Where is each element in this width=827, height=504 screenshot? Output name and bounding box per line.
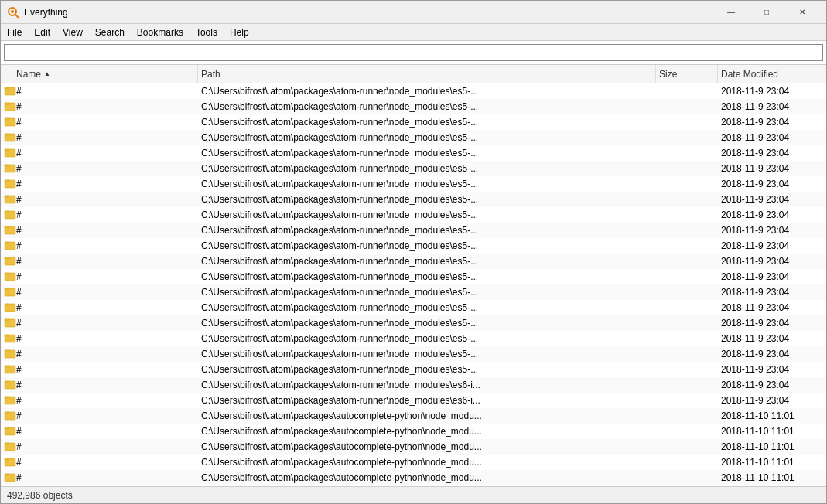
file-date-cell: 2018-11-9 23:04 xyxy=(718,179,826,189)
search-input[interactable] xyxy=(4,44,823,61)
file-name-text: # xyxy=(16,225,22,236)
column-date-label: Date Modified xyxy=(721,69,778,80)
menu-bar: File Edit View Search Bookmarks Tools He… xyxy=(1,24,826,41)
file-path-cell: C:\Users\bifrost\.atom\packages\autocomp… xyxy=(198,410,656,421)
table-row[interactable]: # C:\Users\bifrost\.atom\packages\autoco… xyxy=(1,439,826,455)
menu-file[interactable]: File xyxy=(1,24,28,41)
maximize-button[interactable]: □ xyxy=(749,1,784,24)
file-path-cell: C:\Users\bifrost\.atom\packages\atom-run… xyxy=(198,395,656,406)
table-row[interactable]: # C:\Users\bifrost\.atom\packages\atom-r… xyxy=(1,284,826,300)
table-row[interactable]: # C:\Users\bifrost\.atom\packages\atom-r… xyxy=(1,238,826,254)
table-row[interactable]: # C:\Users\bifrost\.atom\packages\atom-r… xyxy=(1,346,826,362)
table-row[interactable]: # C:\Users\bifrost\.atom\packages\atom-r… xyxy=(1,377,826,393)
file-path-cell: C:\Users\bifrost\.atom\packages\atom-run… xyxy=(198,86,656,97)
file-path-cell: C:\Users\bifrost\.atom\packages\atom-run… xyxy=(198,132,656,143)
file-path-cell: C:\Users\bifrost\.atom\packages\atom-run… xyxy=(198,179,656,189)
file-path-cell: C:\Users\bifrost\.atom\packages\autocomp… xyxy=(198,472,656,483)
file-date-cell: 2018-11-9 23:04 xyxy=(718,209,826,220)
file-icon xyxy=(4,332,16,346)
table-row[interactable]: # C:\Users\bifrost\.atom\packages\atom-r… xyxy=(1,300,826,315)
file-icon xyxy=(4,285,16,300)
file-name-cell: # xyxy=(1,316,198,331)
table-row[interactable]: # C:\Users\bifrost\.atom\packages\atom-r… xyxy=(1,269,826,284)
file-path-cell: C:\Users\bifrost\.atom\packages\atom-run… xyxy=(198,302,656,313)
file-icon xyxy=(4,363,16,377)
status-bar: 492,986 objects xyxy=(1,486,826,503)
table-row[interactable]: # C:\Users\bifrost\.atom\packages\atom-r… xyxy=(1,114,826,130)
table-row[interactable]: # C:\Users\bifrost\.atom\packages\atom-r… xyxy=(1,315,826,331)
file-name-cell: # xyxy=(1,223,198,238)
file-icon xyxy=(4,378,16,393)
file-date-cell: 2018-11-9 23:04 xyxy=(718,256,826,267)
file-date-cell: 2018-11-9 23:04 xyxy=(718,271,826,282)
file-icon xyxy=(4,177,16,192)
table-row[interactable]: # C:\Users\bifrost\.atom\packages\autoco… xyxy=(1,424,826,439)
file-name-text: # xyxy=(16,148,22,158)
file-name-text: # xyxy=(16,240,22,251)
table-row[interactable]: # C:\Users\bifrost\.atom\packages\autoco… xyxy=(1,455,826,470)
table-row[interactable]: # C:\Users\bifrost\.atom\packages\atom-r… xyxy=(1,254,826,269)
file-name-cell: # xyxy=(1,471,198,485)
column-size-header[interactable]: Size xyxy=(656,65,718,83)
file-name-cell: # xyxy=(1,146,198,161)
file-icon xyxy=(4,115,16,130)
file-icon xyxy=(4,162,16,176)
table-row[interactable]: # C:\Users\bifrost\.atom\packages\autoco… xyxy=(1,408,826,424)
file-date-cell: 2018-11-9 23:04 xyxy=(718,101,826,112)
file-date-cell: 2018-11-9 23:04 xyxy=(718,349,826,359)
file-name-cell: # xyxy=(1,208,198,223)
file-icon xyxy=(4,393,16,408)
table-row[interactable]: # C:\Users\bifrost\.atom\packages\atom-r… xyxy=(1,161,826,176)
file-icon xyxy=(4,223,16,238)
file-path-cell: C:\Users\bifrost\.atom\packages\autocomp… xyxy=(198,426,656,437)
file-name-text: # xyxy=(16,441,22,452)
file-date-cell: 2018-11-9 23:04 xyxy=(718,380,826,390)
file-name-text: # xyxy=(16,179,22,189)
column-path-header[interactable]: Path xyxy=(198,65,656,83)
file-name-cell: # xyxy=(1,100,198,114)
table-row[interactable]: # C:\Users\bifrost\.atom\packages\atom-r… xyxy=(1,130,826,145)
table-row[interactable]: # C:\Users\bifrost\.atom\packages\atom-r… xyxy=(1,393,826,408)
menu-edit[interactable]: Edit xyxy=(28,24,56,41)
menu-tools[interactable]: Tools xyxy=(190,24,224,41)
table-row[interactable]: # C:\Users\bifrost\.atom\packages\atom-r… xyxy=(1,192,826,207)
file-name-text: # xyxy=(16,302,22,313)
file-name-text: # xyxy=(16,318,22,329)
file-name-cell: # xyxy=(1,440,198,455)
table-row[interactable]: # C:\Users\bifrost\.atom\packages\autoco… xyxy=(1,470,826,485)
menu-help[interactable]: Help xyxy=(224,24,255,41)
table-row[interactable]: # C:\Users\bifrost\.atom\packages\atom-r… xyxy=(1,223,826,238)
table-row[interactable]: # C:\Users\bifrost\.atom\packages\atom-r… xyxy=(1,176,826,192)
file-path-cell: C:\Users\bifrost\.atom\packages\atom-run… xyxy=(198,256,656,267)
column-name-header[interactable]: Name ▲ xyxy=(1,65,198,83)
file-path-cell: C:\Users\bifrost\.atom\packages\atom-run… xyxy=(198,148,656,158)
file-icon xyxy=(4,192,16,207)
table-row[interactable]: # C:\Users\bifrost\.atom\packages\atom-r… xyxy=(1,99,826,114)
table-row[interactable]: # C:\Users\bifrost\.atom\packages\atom-r… xyxy=(1,145,826,161)
file-icon xyxy=(4,301,16,315)
menu-search[interactable]: Search xyxy=(89,24,131,41)
file-name-text: # xyxy=(16,457,22,468)
file-list[interactable]: # C:\Users\bifrost\.atom\packages\atom-r… xyxy=(1,83,826,486)
table-row[interactable]: # C:\Users\bifrost\.atom\packages\atom-r… xyxy=(1,83,826,99)
file-icon xyxy=(4,471,16,485)
file-path-cell: C:\Users\bifrost\.atom\packages\atom-run… xyxy=(198,240,656,251)
file-icon xyxy=(4,254,16,269)
svg-point-2 xyxy=(11,10,14,13)
file-icon xyxy=(4,239,16,254)
column-date-header[interactable]: Date Modified xyxy=(718,65,826,83)
file-date-cell: 2018-11-9 23:04 xyxy=(718,333,826,344)
file-path-cell: C:\Users\bifrost\.atom\packages\atom-run… xyxy=(198,349,656,359)
table-row[interactable]: # C:\Users\bifrost\.atom\packages\atom-r… xyxy=(1,207,826,223)
menu-view[interactable]: View xyxy=(56,24,89,41)
menu-bookmarks[interactable]: Bookmarks xyxy=(131,24,190,41)
table-row[interactable]: # C:\Users\bifrost\.atom\packages\atom-r… xyxy=(1,331,826,346)
close-button[interactable]: ✕ xyxy=(784,1,820,24)
file-name-cell: # xyxy=(1,393,198,408)
minimize-button[interactable]: — xyxy=(713,1,749,24)
file-name-cell: # xyxy=(1,239,198,254)
file-path-cell: C:\Users\bifrost\.atom\packages\atom-run… xyxy=(198,225,656,236)
window-controls: — □ ✕ xyxy=(713,1,820,24)
table-row[interactable]: # C:\Users\bifrost\.atom\packages\atom-r… xyxy=(1,362,826,377)
file-name-text: # xyxy=(16,333,22,344)
